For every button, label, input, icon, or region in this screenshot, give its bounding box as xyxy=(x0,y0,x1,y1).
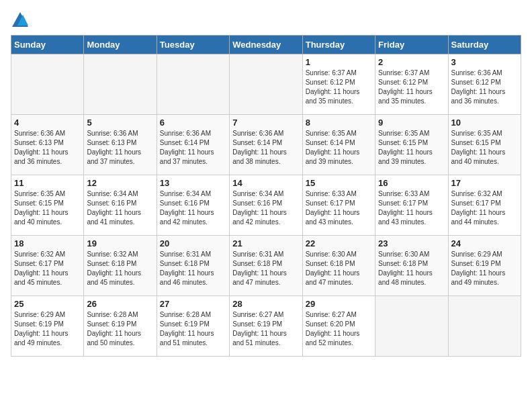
day-number: 13 xyxy=(160,178,226,188)
calendar-cell: 14Sunrise: 6:34 AMSunset: 6:16 PMDayligh… xyxy=(230,175,302,236)
calendar-cell xyxy=(375,296,448,357)
calendar-cell xyxy=(11,54,84,115)
calendar-week-4: 18Sunrise: 6:32 AMSunset: 6:17 PMDayligh… xyxy=(11,236,521,296)
calendar-cell: 28Sunrise: 6:27 AMSunset: 6:19 PMDayligh… xyxy=(230,296,302,357)
day-number: 18 xyxy=(14,238,81,248)
day-info: Sunrise: 6:27 AMSunset: 6:19 PMDaylight:… xyxy=(232,310,299,348)
calendar-cell: 13Sunrise: 6:34 AMSunset: 6:16 PMDayligh… xyxy=(157,175,229,236)
calendar-cell: 4Sunrise: 6:36 AMSunset: 6:13 PMDaylight… xyxy=(11,115,84,175)
day-info: Sunrise: 6:30 AMSunset: 6:18 PMDaylight:… xyxy=(306,250,372,287)
day-number: 14 xyxy=(232,178,299,188)
day-info: Sunrise: 6:36 AMSunset: 6:14 PMDaylight:… xyxy=(160,129,226,167)
calendar-cell xyxy=(157,54,229,115)
calendar-cell: 1Sunrise: 6:37 AMSunset: 6:12 PMDaylight… xyxy=(302,54,375,115)
day-number: 24 xyxy=(451,238,518,248)
day-info: Sunrise: 6:35 AMSunset: 6:15 PMDaylight:… xyxy=(14,189,81,227)
calendar-week-3: 11Sunrise: 6:35 AMSunset: 6:15 PMDayligh… xyxy=(11,175,521,236)
day-number: 19 xyxy=(87,238,153,248)
day-info: Sunrise: 6:27 AMSunset: 6:20 PMDaylight:… xyxy=(306,310,372,348)
day-info: Sunrise: 6:31 AMSunset: 6:18 PMDaylight:… xyxy=(160,250,226,287)
day-header-wednesday: Wednesday xyxy=(230,36,302,54)
calendar-cell: 12Sunrise: 6:34 AMSunset: 6:16 PMDayligh… xyxy=(84,175,157,236)
day-number: 26 xyxy=(87,299,153,309)
calendar-cell xyxy=(84,54,157,115)
day-number: 5 xyxy=(87,118,153,128)
calendar-cell: 17Sunrise: 6:32 AMSunset: 6:17 PMDayligh… xyxy=(448,175,521,236)
calendar-week-1: 1Sunrise: 6:37 AMSunset: 6:12 PMDaylight… xyxy=(11,54,521,115)
calendar-cell: 9Sunrise: 6:35 AMSunset: 6:15 PMDaylight… xyxy=(375,115,448,175)
day-info: Sunrise: 6:30 AMSunset: 6:18 PMDaylight:… xyxy=(378,250,445,287)
day-number: 2 xyxy=(378,57,445,67)
day-info: Sunrise: 6:28 AMSunset: 6:19 PMDaylight:… xyxy=(160,310,226,348)
calendar-body: 1Sunrise: 6:37 AMSunset: 6:12 PMDaylight… xyxy=(11,54,521,357)
page-header xyxy=(11,11,521,30)
day-info: Sunrise: 6:34 AMSunset: 6:16 PMDaylight:… xyxy=(232,189,299,227)
day-header-friday: Friday xyxy=(375,36,448,54)
day-number: 25 xyxy=(14,299,81,309)
day-number: 28 xyxy=(232,299,299,309)
day-number: 11 xyxy=(14,178,81,188)
calendar-table: SundayMondayTuesdayWednesdayThursdayFrid… xyxy=(11,35,521,357)
day-info: Sunrise: 6:35 AMSunset: 6:15 PMDaylight:… xyxy=(451,129,518,167)
calendar-week-2: 4Sunrise: 6:36 AMSunset: 6:13 PMDaylight… xyxy=(11,115,521,175)
day-number: 17 xyxy=(451,178,518,188)
day-info: Sunrise: 6:28 AMSunset: 6:19 PMDaylight:… xyxy=(87,310,153,348)
day-header-tuesday: Tuesday xyxy=(157,36,229,54)
day-number: 20 xyxy=(160,238,226,248)
day-header-saturday: Saturday xyxy=(448,36,521,54)
day-number: 23 xyxy=(378,238,445,248)
calendar-cell: 20Sunrise: 6:31 AMSunset: 6:18 PMDayligh… xyxy=(157,236,229,296)
day-info: Sunrise: 6:33 AMSunset: 6:17 PMDaylight:… xyxy=(306,189,372,227)
calendar-cell: 27Sunrise: 6:28 AMSunset: 6:19 PMDayligh… xyxy=(157,296,229,357)
calendar-cell: 15Sunrise: 6:33 AMSunset: 6:17 PMDayligh… xyxy=(302,175,375,236)
day-info: Sunrise: 6:29 AMSunset: 6:19 PMDaylight:… xyxy=(451,250,518,287)
day-number: 27 xyxy=(160,299,226,309)
day-header-monday: Monday xyxy=(84,36,157,54)
day-info: Sunrise: 6:32 AMSunset: 6:17 PMDaylight:… xyxy=(14,250,81,287)
day-info: Sunrise: 6:34 AMSunset: 6:16 PMDaylight:… xyxy=(160,189,226,227)
calendar-week-5: 25Sunrise: 6:29 AMSunset: 6:19 PMDayligh… xyxy=(11,296,521,357)
day-number: 6 xyxy=(160,118,226,128)
day-info: Sunrise: 6:33 AMSunset: 6:17 PMDaylight:… xyxy=(378,189,445,227)
day-number: 10 xyxy=(451,118,518,128)
calendar-cell: 5Sunrise: 6:36 AMSunset: 6:13 PMDaylight… xyxy=(84,115,157,175)
day-number: 8 xyxy=(306,118,372,128)
day-info: Sunrise: 6:36 AMSunset: 6:14 PMDaylight:… xyxy=(232,129,299,167)
calendar-cell: 3Sunrise: 6:36 AMSunset: 6:12 PMDaylight… xyxy=(448,54,521,115)
calendar-cell: 6Sunrise: 6:36 AMSunset: 6:14 PMDaylight… xyxy=(157,115,229,175)
day-info: Sunrise: 6:35 AMSunset: 6:14 PMDaylight:… xyxy=(306,129,372,167)
calendar-cell: 25Sunrise: 6:29 AMSunset: 6:19 PMDayligh… xyxy=(11,296,84,357)
calendar-cell: 24Sunrise: 6:29 AMSunset: 6:19 PMDayligh… xyxy=(448,236,521,296)
calendar-cell: 29Sunrise: 6:27 AMSunset: 6:20 PMDayligh… xyxy=(302,296,375,357)
calendar-cell xyxy=(448,296,521,357)
calendar-cell xyxy=(230,54,302,115)
day-info: Sunrise: 6:29 AMSunset: 6:19 PMDaylight:… xyxy=(14,310,81,348)
day-number: 3 xyxy=(451,57,518,67)
day-number: 1 xyxy=(306,57,372,67)
day-number: 16 xyxy=(378,178,445,188)
day-header-thursday: Thursday xyxy=(302,36,375,54)
day-number: 29 xyxy=(306,299,372,309)
calendar-cell: 2Sunrise: 6:37 AMSunset: 6:12 PMDaylight… xyxy=(375,54,448,115)
calendar-cell: 21Sunrise: 6:31 AMSunset: 6:18 PMDayligh… xyxy=(230,236,302,296)
calendar-cell: 26Sunrise: 6:28 AMSunset: 6:19 PMDayligh… xyxy=(84,296,157,357)
calendar-cell: 23Sunrise: 6:30 AMSunset: 6:18 PMDayligh… xyxy=(375,236,448,296)
day-info: Sunrise: 6:37 AMSunset: 6:12 PMDaylight:… xyxy=(378,68,445,106)
day-info: Sunrise: 6:32 AMSunset: 6:17 PMDaylight:… xyxy=(451,189,518,227)
calendar-cell: 16Sunrise: 6:33 AMSunset: 6:17 PMDayligh… xyxy=(375,175,448,236)
day-info: Sunrise: 6:36 AMSunset: 6:13 PMDaylight:… xyxy=(87,129,153,167)
day-number: 12 xyxy=(87,178,153,188)
day-header-sunday: Sunday xyxy=(11,36,84,54)
day-info: Sunrise: 6:34 AMSunset: 6:16 PMDaylight:… xyxy=(87,189,153,227)
day-number: 7 xyxy=(232,118,299,128)
logo-icon xyxy=(11,11,30,30)
calendar-cell: 10Sunrise: 6:35 AMSunset: 6:15 PMDayligh… xyxy=(448,115,521,175)
calendar-cell: 19Sunrise: 6:32 AMSunset: 6:18 PMDayligh… xyxy=(84,236,157,296)
day-number: 21 xyxy=(232,238,299,248)
day-info: Sunrise: 6:37 AMSunset: 6:12 PMDaylight:… xyxy=(306,68,372,106)
day-info: Sunrise: 6:32 AMSunset: 6:18 PMDaylight:… xyxy=(87,250,153,287)
day-info: Sunrise: 6:35 AMSunset: 6:15 PMDaylight:… xyxy=(378,129,445,167)
calendar-header-row: SundayMondayTuesdayWednesdayThursdayFrid… xyxy=(11,36,521,54)
day-number: 22 xyxy=(306,238,372,248)
calendar-cell: 7Sunrise: 6:36 AMSunset: 6:14 PMDaylight… xyxy=(230,115,302,175)
